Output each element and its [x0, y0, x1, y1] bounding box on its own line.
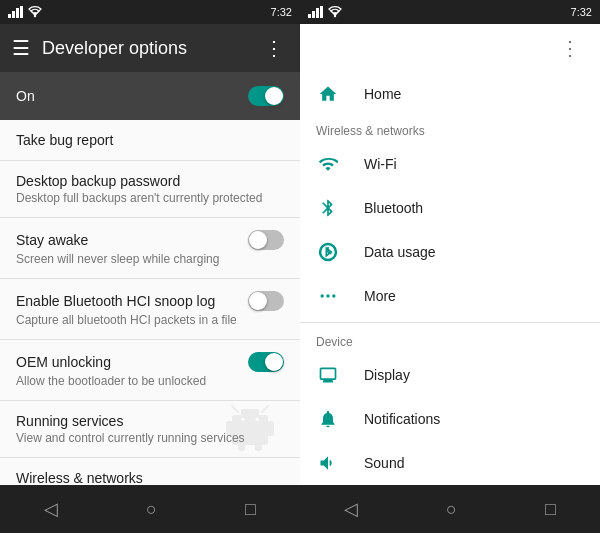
bluetooth-hci-toggle[interactable] — [248, 291, 284, 311]
signal-icon-right — [308, 6, 324, 18]
stay-awake-toggle[interactable] — [248, 230, 284, 250]
drawer-item-more[interactable]: More — [300, 274, 600, 318]
home-button-right[interactable]: ○ — [426, 491, 477, 528]
svg-point-12 — [255, 417, 259, 421]
drawer-label-data-usage: Data usage — [364, 244, 584, 260]
setting-oem-unlocking[interactable]: OEM unlocking Allow the bootloader to be… — [0, 340, 300, 401]
setting-running-services[interactable]: Running services View and control curren… — [0, 401, 300, 458]
svg-rect-6 — [241, 409, 259, 418]
page-title: Developer options — [42, 38, 248, 59]
more-icon — [316, 286, 340, 306]
setting-bluetooth-hci[interactable]: Enable Bluetooth HCI snoop log Capture a… — [0, 279, 300, 340]
section-wireless: Wireless & networks — [300, 116, 600, 142]
drawer-content: Home Wireless & networks Wi-Fi Bluetooth… — [300, 72, 600, 485]
back-button-right[interactable]: ◁ — [324, 490, 378, 528]
oem-toggle[interactable] — [248, 352, 284, 372]
drawer-item-sound[interactable]: Sound — [300, 441, 600, 485]
recent-button-right[interactable]: □ — [525, 491, 576, 528]
wifi-icon-right — [328, 6, 342, 18]
svg-point-22 — [326, 294, 329, 297]
svg-line-13 — [232, 406, 238, 412]
svg-line-14 — [262, 406, 268, 412]
svg-rect-10 — [255, 439, 262, 451]
svg-rect-8 — [267, 421, 274, 436]
svg-marker-2 — [16, 8, 19, 18]
svg-marker-16 — [312, 11, 315, 18]
setting-subtitle: Allow the bootloader to be unlocked — [16, 374, 284, 388]
on-row: On — [0, 72, 300, 120]
svg-marker-3 — [20, 6, 23, 18]
setting-title: Enable Bluetooth HCI snoop log — [16, 293, 248, 309]
drawer-header: ⋮ — [300, 24, 600, 72]
master-toggle[interactable] — [248, 86, 284, 106]
drawer-label-display: Display — [364, 367, 584, 383]
setting-title: Wireless & networks — [16, 470, 284, 485]
recent-button[interactable]: □ — [225, 491, 276, 528]
signal-icon — [8, 6, 24, 18]
svg-point-21 — [321, 294, 324, 297]
back-button[interactable]: ◁ — [24, 490, 78, 528]
more-options-icon[interactable]: ⋮ — [260, 32, 288, 64]
svg-marker-15 — [308, 14, 311, 18]
svg-marker-17 — [316, 8, 319, 18]
svg-point-4 — [34, 15, 36, 17]
drawer-more-icon[interactable]: ⋮ — [556, 32, 584, 64]
drawer-label-wifi: Wi-Fi — [364, 156, 584, 172]
drawer-item-notifications[interactable]: Notifications — [300, 397, 600, 441]
svg-marker-1 — [12, 11, 15, 18]
status-bar-left: 7:32 — [0, 0, 300, 24]
drawer-label-notifications: Notifications — [364, 411, 584, 427]
notifications-icon — [316, 409, 340, 429]
svg-rect-9 — [238, 439, 245, 451]
drawer-divider — [300, 322, 600, 323]
drawer-item-display[interactable]: Display — [300, 353, 600, 397]
data-usage-icon — [316, 242, 340, 262]
setting-wireless-networks[interactable]: Wireless & networks — [0, 458, 300, 485]
toolbar-left: ☰ Developer options ⋮ — [0, 24, 300, 72]
on-label: On — [16, 88, 248, 104]
drawer-item-data-usage[interactable]: Data usage — [300, 230, 600, 274]
svg-rect-5 — [232, 415, 268, 445]
drawer-item-home[interactable]: Home — [300, 72, 600, 116]
svg-marker-18 — [320, 6, 323, 18]
drawer-label-sound: Sound — [364, 455, 584, 471]
setting-subtitle: Desktop full backups aren't currently pr… — [16, 191, 284, 205]
wifi-icon-left — [28, 6, 42, 18]
setting-title: Take bug report — [16, 132, 284, 148]
drawer-item-bluetooth[interactable]: Bluetooth — [300, 186, 600, 230]
nav-bar-left: ◁ ○ □ — [0, 485, 300, 533]
drawer-label-home: Home — [364, 86, 584, 102]
left-panel: 7:32 ☰ Developer options ⋮ On Take bug r… — [0, 0, 300, 533]
svg-marker-0 — [8, 14, 11, 18]
drawer-label-more: More — [364, 288, 584, 304]
nav-bar-right: ◁ ○ □ — [300, 485, 600, 533]
svg-point-23 — [332, 294, 335, 297]
setting-subtitle: Screen will never sleep while charging — [16, 252, 284, 266]
svg-rect-7 — [226, 421, 233, 436]
time-right: 7:32 — [571, 6, 592, 18]
setting-title: Stay awake — [16, 232, 248, 248]
toggle-thumb — [249, 231, 267, 249]
home-icon — [316, 84, 340, 104]
setting-bug-report[interactable]: Take bug report — [0, 120, 300, 161]
setting-backup-password[interactable]: Desktop backup password Desktop full bac… — [0, 161, 300, 218]
drawer-label-bluetooth: Bluetooth — [364, 200, 584, 216]
svg-point-11 — [241, 417, 245, 421]
toggle-thumb — [265, 353, 283, 371]
right-panel: 7:32 ⋮ Home Wireless & networks Wi-Fi — [300, 0, 600, 533]
drawer-item-wifi[interactable]: Wi-Fi — [300, 142, 600, 186]
sound-icon — [316, 453, 340, 473]
setting-stay-awake[interactable]: Stay awake Screen will never sleep while… — [0, 218, 300, 279]
status-bar-right: 7:32 — [300, 0, 600, 24]
setting-subtitle: Capture all bluetooth HCI packets in a f… — [16, 313, 284, 327]
settings-list: Take bug report Desktop backup password … — [0, 120, 300, 485]
hamburger-icon[interactable]: ☰ — [12, 36, 30, 60]
toggle-thumb — [265, 87, 283, 105]
home-button[interactable]: ○ — [126, 491, 177, 528]
setting-title: OEM unlocking — [16, 354, 248, 370]
display-icon — [316, 365, 340, 385]
time-left: 7:32 — [271, 6, 292, 18]
setting-title: Desktop backup password — [16, 173, 284, 189]
svg-point-19 — [334, 15, 336, 17]
section-device: Device — [300, 327, 600, 353]
